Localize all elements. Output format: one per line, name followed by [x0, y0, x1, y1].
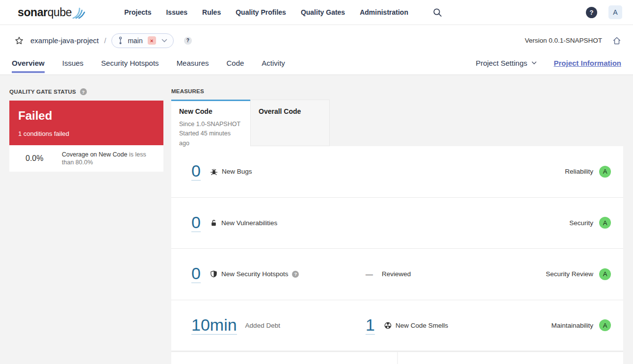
duplications-card-partial [398, 352, 623, 364]
reliability-label: Reliability [565, 168, 593, 175]
security-review-rating-badge[interactable]: A [599, 268, 611, 280]
main-nav-links: Projects Issues Rules Quality Profiles Q… [124, 8, 408, 16]
new-code-tab-label: New Code [179, 107, 242, 115]
nav-item-administration[interactable]: Administration [360, 8, 408, 16]
project-settings-label: Project Settings [475, 59, 527, 67]
search-button[interactable] [433, 8, 442, 17]
branch-clear-button[interactable]: × [148, 36, 156, 45]
reliability-rating-badge[interactable]: A [599, 166, 611, 178]
condition-value: 0.0% [26, 154, 62, 163]
user-avatar[interactable]: A [608, 5, 622, 19]
quality-gate-help-icon[interactable]: ? [80, 88, 87, 95]
coverage-card-partial [171, 352, 397, 364]
project-tabs-row: Overview Issues Security Hotspots Measur… [0, 56, 633, 75]
nav-item-rules[interactable]: Rules [202, 8, 221, 16]
project-settings-menu[interactable]: Project Settings [475, 59, 537, 67]
overall-code-tab-label: Overall Code [259, 107, 321, 115]
new-code-smells-label: New Code Smells [396, 322, 448, 329]
new-security-hotspots-count-link[interactable]: 0 [191, 265, 201, 283]
project-header: example-java-project / main × ? Version … [0, 25, 633, 75]
measure-row-maintainability: 10min Added Debt 1 New Code Smells [171, 300, 623, 352]
security-label: Security [569, 219, 593, 227]
search-icon [433, 8, 442, 17]
top-nav-right: ? A [586, 5, 622, 19]
security-review-domain: Security Review A [546, 268, 611, 280]
new-code-since: Since 1.0-SNAPSHOT [179, 120, 242, 129]
help-icon[interactable]: ? [586, 7, 597, 18]
quality-gate-section: QUALITY GATE STATUS ? Failed 1 condition… [9, 84, 163, 364]
header-right: Version 0.0.1-SNAPSHOT [525, 36, 621, 45]
condition-description: Coverage on New Code is less than 80.0% [62, 151, 157, 167]
added-debt-cell: 10min Added Debt [171, 316, 366, 335]
measures-section-title: MEASURES [171, 88, 623, 94]
new-code-period: Since 1.0-SNAPSHOT Started 45 minutes ag… [179, 120, 242, 148]
measure-row-security-hotspots: 0 New Security Hotspots ? — Reviewed [171, 249, 623, 300]
version-label: Version 0.0.1-SNAPSHOT [525, 37, 602, 44]
tab-overall-code[interactable]: Overall Code [250, 100, 330, 146]
branch-help-icon[interactable]: ? [184, 37, 192, 45]
code-smell-icon [384, 322, 392, 329]
new-code-started: Started 45 minutes ago [179, 129, 242, 148]
reviewed-label: Reviewed [382, 270, 411, 278]
sonarqube-logo[interactable]: sonarqube [18, 5, 86, 20]
quality-gate-title-text: QUALITY GATE STATUS [9, 89, 76, 95]
reliability-domain: Reliability A [565, 166, 611, 178]
security-review-label: Security Review [546, 270, 593, 278]
measures-period-tabs: New Code Since 1.0-SNAPSHOT Started 45 m… [171, 100, 623, 146]
breadcrumb: example-java-project / main × ? Version … [0, 25, 633, 56]
quality-gate-status: Failed [18, 109, 155, 123]
project-name-link[interactable]: example-java-project [30, 36, 99, 45]
bug-icon [210, 168, 218, 176]
quality-gate-status-card: Failed 1 conditions failed [9, 101, 163, 145]
added-debt-label: Added Debt [245, 322, 280, 329]
nav-item-quality-profiles[interactable]: Quality Profiles [236, 8, 286, 16]
branch-name: main [128, 37, 142, 45]
security-domain: Security A [569, 217, 611, 229]
new-bugs-count-link[interactable]: 0 [191, 162, 201, 181]
top-nav: sonarqube Projects Issues Rules Quality … [0, 0, 633, 25]
tab-measures[interactable]: Measures [177, 56, 209, 75]
tab-security-hotspots[interactable]: Security Hotspots [101, 56, 159, 75]
quality-gate-section-title: QUALITY GATE STATUS ? [9, 88, 163, 95]
tab-issues[interactable]: Issues [62, 56, 83, 75]
bugs-cell: 0 New Bugs [171, 162, 366, 181]
branch-selector[interactable]: main × [111, 33, 173, 48]
measure-row-vulnerabilities: 0 New Vulnerabilities Security A [171, 198, 623, 249]
new-code-smells-count-link[interactable]: 1 [366, 316, 375, 335]
security-rating-badge[interactable]: A [599, 217, 611, 229]
home-icon [612, 36, 621, 45]
overview-content: QUALITY GATE STATUS ? Failed 1 condition… [0, 75, 633, 364]
new-vulnerabilities-label: New Vulnerabilities [221, 219, 277, 227]
security-hotspot-shield-icon [210, 270, 217, 278]
homepage-button[interactable] [612, 36, 621, 45]
logo-text: sonarqube [18, 5, 72, 20]
hotspots-help-icon[interactable]: ? [292, 271, 299, 278]
maintainability-label: Maintainability [551, 322, 593, 329]
tab-activity[interactable]: Activity [262, 56, 285, 75]
measures-panel: 0 New Bugs Reliability A [171, 146, 623, 351]
measures-section: MEASURES New Code Since 1.0-SNAPSHOT Sta… [171, 84, 623, 364]
new-vulnerabilities-count-link[interactable]: 0 [191, 214, 201, 232]
tab-new-code[interactable]: New Code Since 1.0-SNAPSHOT Started 45 m… [171, 100, 250, 146]
new-security-hotspots-label: New Security Hotspots [221, 270, 289, 278]
new-bugs-label: New Bugs [222, 168, 252, 175]
added-debt-link[interactable]: 10min [191, 316, 237, 335]
nav-item-quality-gates[interactable]: Quality Gates [301, 8, 345, 16]
project-tabs: Overview Issues Security Hotspots Measur… [12, 56, 285, 75]
failed-condition-row[interactable]: 0.0% Coverage on New Code is less than 8… [9, 145, 163, 172]
nav-item-issues[interactable]: Issues [166, 8, 187, 16]
favorite-star-icon[interactable] [15, 36, 24, 45]
branch-icon [118, 36, 123, 45]
nav-item-projects[interactable]: Projects [124, 8, 151, 16]
chevron-down-icon [161, 39, 167, 43]
tab-code[interactable]: Code [226, 56, 244, 75]
chevron-down-icon [531, 61, 537, 65]
tab-overview[interactable]: Overview [12, 56, 45, 75]
maintainability-domain: Maintainability A [551, 319, 611, 331]
reviewed-value: — [366, 270, 373, 278]
maintainability-rating-badge[interactable]: A [599, 319, 611, 331]
quality-gate-conditions-summary: 1 conditions failed [18, 130, 155, 137]
bottom-measure-cards [171, 352, 623, 364]
open-lock-icon [210, 219, 217, 227]
project-information-link[interactable]: Project Information [554, 59, 621, 67]
